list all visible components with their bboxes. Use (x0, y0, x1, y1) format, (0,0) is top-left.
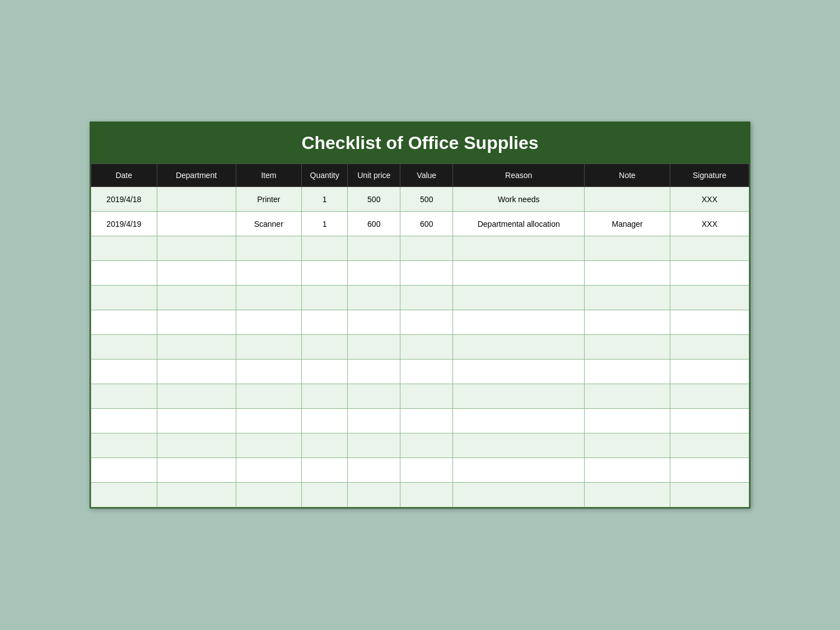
cell-quantity (302, 335, 348, 360)
cell-signature (670, 433, 749, 458)
cell-reason (453, 310, 585, 335)
cell-unit_price: 500 (348, 187, 400, 212)
cell-item (236, 286, 302, 310)
cell-department (157, 310, 236, 335)
cell-note (585, 384, 670, 409)
table-row (91, 483, 749, 507)
cell-signature (670, 310, 749, 335)
cell-date (91, 236, 157, 261)
cell-date (91, 286, 157, 310)
cell-value (400, 261, 453, 286)
table-row (91, 384, 749, 409)
cell-note (585, 458, 670, 483)
cell-item: Scanner (236, 212, 302, 236)
header-unit-price: Unit price (348, 164, 400, 187)
cell-item (236, 335, 302, 360)
cell-item (236, 384, 302, 409)
table-row (91, 236, 749, 261)
cell-date (91, 384, 157, 409)
cell-reason (453, 433, 585, 458)
cell-date (91, 335, 157, 360)
cell-value (400, 433, 453, 458)
cell-note (585, 335, 670, 360)
cell-department (157, 236, 236, 261)
cell-signature (670, 335, 749, 360)
cell-value: 500 (400, 187, 453, 212)
cell-unit_price (348, 261, 400, 286)
cell-department (157, 187, 236, 212)
cell-department (157, 458, 236, 483)
table-row (91, 335, 749, 360)
cell-department (157, 335, 236, 360)
cell-value (400, 286, 453, 310)
cell-reason (453, 483, 585, 507)
cell-date (91, 360, 157, 384)
cell-quantity (302, 409, 348, 433)
cell-signature (670, 384, 749, 409)
header-reason: Reason (453, 164, 585, 187)
cell-date (91, 409, 157, 433)
cell-note (585, 433, 670, 458)
table-row (91, 360, 749, 384)
table-row: 2019/4/19Scanner1600600Departmental allo… (91, 212, 749, 236)
cell-date (91, 458, 157, 483)
cell-date (91, 483, 157, 507)
cell-note: Manager (585, 212, 670, 236)
cell-quantity (302, 360, 348, 384)
cell-date: 2019/4/18 (91, 187, 157, 212)
table-row (91, 409, 749, 433)
table-row (91, 286, 749, 310)
cell-signature: XXX (670, 187, 749, 212)
cell-reason (453, 236, 585, 261)
cell-unit_price (348, 360, 400, 384)
cell-department (157, 409, 236, 433)
cell-reason (453, 335, 585, 360)
cell-item (236, 433, 302, 458)
cell-unit_price (348, 483, 400, 507)
cell-note (585, 261, 670, 286)
cell-quantity (302, 261, 348, 286)
cell-note (585, 187, 670, 212)
cell-signature (670, 458, 749, 483)
cell-value (400, 236, 453, 261)
cell-note (585, 483, 670, 507)
cell-signature (670, 286, 749, 310)
table-row (91, 310, 749, 335)
cell-unit_price (348, 384, 400, 409)
cell-signature (670, 409, 749, 433)
cell-value (400, 310, 453, 335)
cell-value (400, 458, 453, 483)
cell-signature (670, 236, 749, 261)
cell-reason (453, 458, 585, 483)
cell-department (157, 384, 236, 409)
cell-quantity (302, 458, 348, 483)
cell-date: 2019/4/19 (91, 212, 157, 236)
cell-value (400, 409, 453, 433)
cell-note (585, 236, 670, 261)
table-row (91, 261, 749, 286)
table-row: 2019/4/18Printer1500500Work needsXXX (91, 187, 749, 212)
cell-reason: Departmental allocation (453, 212, 585, 236)
cell-unit_price (348, 310, 400, 335)
cell-reason (453, 261, 585, 286)
cell-unit_price (348, 433, 400, 458)
header-signature: Signature (670, 164, 749, 187)
header-department: Department (157, 164, 236, 187)
cell-value (400, 384, 453, 409)
cell-signature (670, 261, 749, 286)
cell-date (91, 433, 157, 458)
cell-unit_price: 600 (348, 212, 400, 236)
cell-quantity (302, 384, 348, 409)
cell-unit_price (348, 458, 400, 483)
cell-quantity: 1 (302, 187, 348, 212)
cell-department (157, 286, 236, 310)
header-quantity: Quantity (302, 164, 348, 187)
cell-note (585, 286, 670, 310)
cell-item (236, 236, 302, 261)
table-header-row: Date Department Item Quantity Unit price… (91, 164, 749, 187)
cell-signature (670, 360, 749, 384)
cell-quantity (302, 286, 348, 310)
cell-note (585, 409, 670, 433)
cell-item (236, 483, 302, 507)
page-title: Checklist of Office Supplies (91, 123, 749, 164)
